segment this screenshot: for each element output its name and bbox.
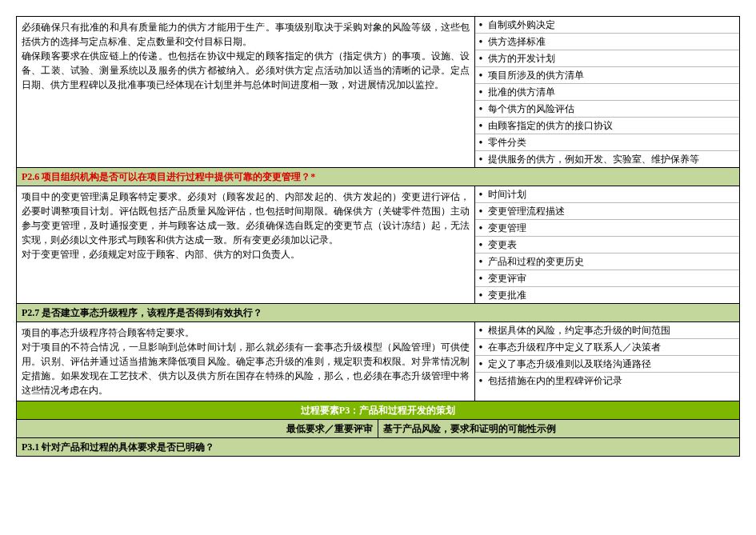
p31-heading: P3.1 针对产品和过程的具体要求是否已明确？ <box>17 438 739 456</box>
bullet-item: 提供服务的供方，例如开发、实验室、维护保养等 <box>475 150 739 167</box>
p3-left-label: 最低要求／重要评审 <box>17 420 378 437</box>
p27-bullets-cell: 根据具体的风险，约定事态升级的时间范围在事态升级程序中定义了联系人／决策者定义了… <box>475 322 739 401</box>
bullet-item: 在事态升级程序中定义了联系人／决策者 <box>475 338 739 355</box>
bullet-item: 供方选择标准 <box>475 33 739 50</box>
section-supplier-block: 必须确保只有批准的和具有质量能力的供方才能用于生产。事项级别取决于采购对象的风险… <box>16 16 740 168</box>
p27-desc-text: 项目的事态升级程序符合顾客特定要求。对于项目的不符合情况，一旦影响到总体时间计划… <box>17 322 475 401</box>
p27-row: 项目的事态升级程序符合顾客特定要求。对于项目的不符合情况，一旦影响到总体时间计划… <box>17 322 739 401</box>
p3-banner: 过程要素P3：产品和过程开发的策划 <box>17 401 739 419</box>
section-supplier-row: 必须确保只有批准的和具有质量能力的供方才能用于生产。事项级别取决于采购对象的风险… <box>17 17 739 167</box>
p27-heading-row: P2.7 是否建立事态升级程序，该程序是否得到有效执行？ <box>16 304 740 322</box>
bullet-item: 供方的开发计划 <box>475 50 739 66</box>
p26-heading-row: P2.6 项目组织机构是否可以在项目进行过程中提供可靠的变更管理？* <box>16 168 740 186</box>
bullet-item: 项目所涉及的供方清单 <box>475 66 739 83</box>
p26-body: 项目中的变更管理满足顾客特定要求。必须对（顾客发起的、内部发起的、供方发起的）变… <box>16 186 740 304</box>
p3-right-label: 基于产品风险，要求和证明的可能性示例 <box>378 420 739 437</box>
supplier-bullets: 自制或外购决定供方选择标准供方的开发计划项目所涉及的供方清单批准的供方清单每个供… <box>475 17 739 167</box>
bullet-item: 包括措施在内的里程碑评价记录 <box>475 372 739 389</box>
document-page: 必须确保只有批准的和具有质量能力的供方才能用于生产。事项级别取决于采购对象的风险… <box>16 16 740 457</box>
p3-split: 最低要求／重要评审 基于产品风险，要求和证明的可能性示例 <box>17 420 739 437</box>
bullet-item: 变更批准 <box>475 286 739 303</box>
bullet-item: 变更表 <box>475 236 739 253</box>
bullet-item: 零件分类 <box>475 134 739 150</box>
supplier-bullets-cell: 自制或外购决定供方选择标准供方的开发计划项目所涉及的供方清单批准的供方清单每个供… <box>475 17 739 167</box>
bullet-item: 变更管理流程描述 <box>475 202 739 219</box>
p3-split-row: 最低要求／重要评审 基于产品风险，要求和证明的可能性示例 <box>16 420 740 438</box>
bullet-item: 根据具体的风险，约定事态升级的时间范围 <box>475 322 739 338</box>
bullet-item: 每个供方的风险评估 <box>475 100 739 117</box>
p26-bullets: 时间计划变更管理流程描述变更管理变更表产品和过程的变更历史变更评审变更批准 <box>475 186 739 303</box>
p27-heading: P2.7 是否建立事态升级程序，该程序是否得到有效执行？ <box>17 304 739 321</box>
p26-desc-text: 项目中的变更管理满足顾客特定要求。必须对（顾客发起的、内部发起的、供方发起的）变… <box>17 186 475 303</box>
bullet-item: 时间计划 <box>475 186 739 202</box>
bullet-item: 产品和过程的变更历史 <box>475 253 739 269</box>
p26-bullets-cell: 时间计划变更管理流程描述变更管理变更表产品和过程的变更历史变更评审变更批准 <box>475 186 739 303</box>
p27-bullets: 根据具体的风险，约定事态升级的时间范围在事态升级程序中定义了联系人／决策者定义了… <box>475 322 739 389</box>
p27-body: 项目的事态升级程序符合顾客特定要求。对于项目的不符合情况，一旦影响到总体时间计划… <box>16 322 740 401</box>
bullet-item: 自制或外购决定 <box>475 17 739 33</box>
supplier-desc-text: 必须确保只有批准的和具有质量能力的供方才能用于生产。事项级别取决于采购对象的风险… <box>17 17 475 167</box>
p26-heading: P2.6 项目组织机构是否可以在项目进行过程中提供可靠的变更管理？* <box>17 168 739 186</box>
bullet-item: 变更管理 <box>475 219 739 236</box>
bullet-item: 批准的供方清单 <box>475 83 739 100</box>
p26-row: 项目中的变更管理满足顾客特定要求。必须对（顾客发起的、内部发起的、供方发起的）变… <box>17 186 739 303</box>
bullet-item: 由顾客指定的供方的接口协议 <box>475 117 739 134</box>
p3-banner-row: 过程要素P3：产品和过程开发的策划 <box>16 401 740 420</box>
p31-heading-row: P3.1 针对产品和过程的具体要求是否已明确？ <box>16 438 740 457</box>
bullet-item: 定义了事态升级准则以及联络沟通路径 <box>475 355 739 372</box>
bullet-item: 变更评审 <box>475 269 739 286</box>
